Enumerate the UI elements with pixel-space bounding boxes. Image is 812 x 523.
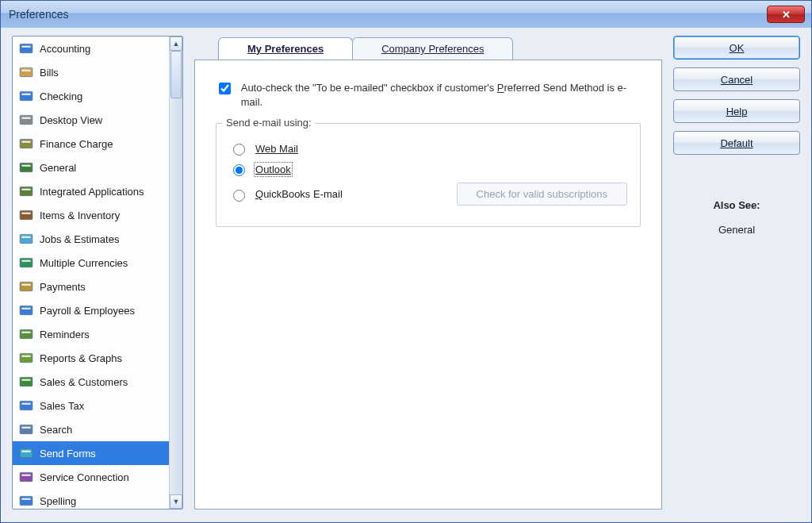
category-item-jobs-estimates[interactable]: Jobs & Estimates (13, 227, 169, 251)
category-item-desktop-view[interactable]: Desktop View (13, 108, 169, 132)
svg-rect-28 (20, 377, 33, 386)
dialog-body: AccountingBillsCheckingDesktop ViewFinan… (1, 28, 811, 522)
autocheck-checkbox[interactable] (219, 83, 231, 94)
tab-my-underline: M (247, 43, 256, 55)
category-scrollbar[interactable]: ▲ ▼ (169, 37, 182, 509)
svg-rect-18 (20, 258, 33, 267)
svg-rect-35 (21, 451, 30, 452)
category-label: Reminders (40, 329, 90, 340)
category-item-integrated-applications[interactable]: Integrated Applications (13, 179, 169, 203)
svg-rect-34 (20, 448, 33, 457)
svg-rect-5 (21, 94, 30, 95)
category-icon (19, 65, 33, 79)
content-area: My Preferences Company Preferences Auto-… (194, 36, 662, 510)
svg-rect-9 (21, 141, 30, 143)
category-label: Multiple Currencies (40, 257, 128, 269)
category-icon (19, 184, 33, 198)
ok-button[interactable]: OK (673, 36, 800, 60)
also-see-item[interactable]: General (673, 224, 800, 236)
category-item-items-inventory[interactable]: Items & Inventory (13, 203, 169, 227)
svg-rect-39 (21, 498, 30, 500)
category-icon (19, 279, 33, 294)
svg-rect-12 (20, 187, 33, 195)
category-item-reports-graphs[interactable]: Reports & Graphs (13, 346, 169, 370)
category-label: Send Forms (40, 448, 96, 460)
category-icon (19, 446, 33, 460)
cancel-button[interactable]: Cancel (673, 67, 800, 91)
autocheck-label: Auto-check the "To be e-mailed" checkbox… (241, 81, 641, 109)
category-label: Checking (40, 90, 82, 102)
close-button[interactable]: ✕ (767, 6, 805, 23)
svg-rect-30 (20, 401, 33, 410)
category-item-sales-customers[interactable]: Sales & Customers (13, 370, 169, 394)
category-label: Jobs & Estimates (40, 233, 119, 245)
category-icon (19, 470, 33, 484)
category-item-spelling[interactable]: Spelling (13, 489, 169, 509)
svg-rect-24 (20, 329, 33, 338)
category-item-search[interactable]: Search (13, 417, 169, 441)
window-title: Preferences (9, 8, 767, 21)
category-item-payroll-employees[interactable]: Payroll & Employees (13, 298, 169, 322)
radio-webmail-label[interactable]: Web Mail (255, 143, 298, 155)
tab-my-preferences[interactable]: My Preferences (218, 37, 353, 60)
category-item-service-connection[interactable]: Service Connection (13, 465, 169, 489)
svg-rect-17 (21, 237, 30, 238)
svg-rect-14 (20, 210, 33, 219)
svg-rect-11 (21, 165, 30, 167)
category-label: Reports & Graphs (40, 352, 122, 364)
category-item-general[interactable]: General (13, 156, 169, 179)
category-label: Bills (40, 67, 59, 79)
preferences-window: Preferences ✕ AccountingBillsCheckingDes… (0, 0, 812, 523)
category-item-bills[interactable]: Bills (13, 60, 169, 84)
category-icon (19, 160, 33, 175)
svg-rect-31 (21, 403, 30, 405)
category-icon (19, 303, 33, 317)
category-icon (19, 256, 33, 270)
svg-rect-26 (20, 353, 33, 362)
radio-quickbooks-email[interactable] (233, 190, 245, 202)
category-item-reminders[interactable]: Reminders (13, 322, 169, 346)
category-label: Service Connection (40, 471, 129, 483)
category-icon (19, 398, 33, 413)
category-icon (19, 137, 33, 151)
category-item-payments[interactable]: Payments (13, 275, 169, 298)
radio-outlook[interactable] (233, 164, 245, 176)
category-item-checking[interactable]: Checking (13, 84, 169, 108)
category-item-send-forms[interactable]: Send Forms (13, 441, 169, 465)
svg-rect-32 (20, 425, 33, 433)
svg-rect-15 (21, 213, 30, 214)
scroll-up-button[interactable]: ▲ (170, 37, 182, 51)
category-icon (19, 351, 33, 365)
svg-rect-8 (20, 139, 33, 148)
category-label: Search (40, 424, 72, 436)
svg-rect-10 (20, 163, 33, 171)
svg-rect-20 (20, 282, 33, 290)
category-item-finance-charge[interactable]: Finance Charge (13, 132, 169, 156)
radio-quickbooks-label[interactable]: QuickBooks E-mail (255, 188, 343, 200)
category-item-sales-tax[interactable]: Sales Tax (13, 394, 169, 417)
scroll-down-button[interactable]: ▼ (170, 494, 182, 509)
tab-company-preferences[interactable]: Company Preferences (352, 37, 513, 60)
radio-webmail[interactable] (233, 144, 245, 156)
default-button[interactable]: Default (673, 131, 800, 155)
radio-outlook-label[interactable]: Outlook (255, 163, 291, 175)
category-item-accounting[interactable]: Accounting (13, 37, 169, 60)
tab-company-rest: ompany Preferences (389, 43, 485, 55)
svg-rect-38 (20, 496, 33, 505)
category-list: AccountingBillsCheckingDesktop ViewFinan… (13, 37, 169, 509)
help-button[interactable]: Help (673, 99, 800, 123)
scroll-thumb[interactable] (170, 51, 182, 98)
category-icon (19, 494, 33, 508)
category-label: Sales Tax (40, 400, 84, 412)
svg-rect-33 (21, 427, 30, 429)
svg-rect-3 (21, 70, 30, 71)
svg-rect-21 (21, 284, 30, 286)
svg-rect-16 (20, 234, 33, 243)
category-label: Items & Inventory (40, 210, 120, 221)
category-icon (19, 375, 33, 389)
svg-rect-29 (21, 379, 30, 381)
send-email-group: Send e-mail using: Web Mail Outlook Quic… (216, 123, 641, 227)
category-item-multiple-currencies[interactable]: Multiple Currencies (13, 251, 169, 275)
scroll-track[interactable] (170, 51, 182, 494)
svg-rect-4 (20, 91, 33, 100)
